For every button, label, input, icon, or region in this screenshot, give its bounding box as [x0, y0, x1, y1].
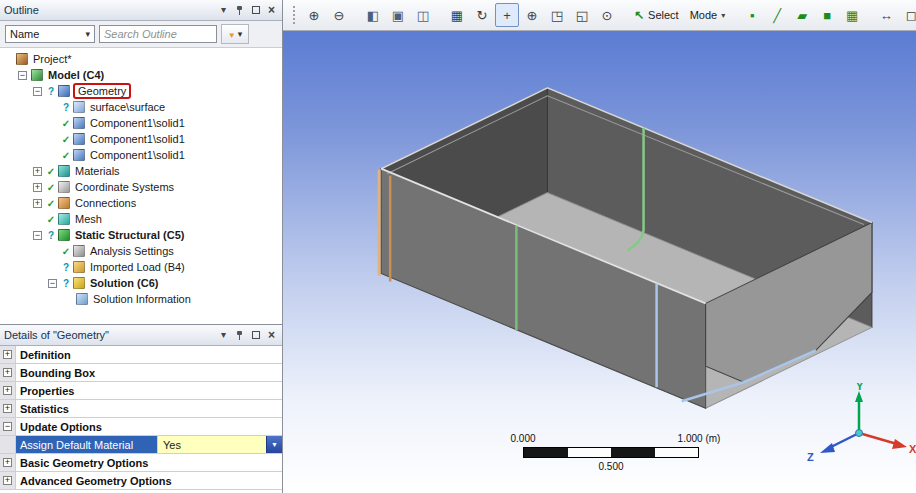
tree-expander-icon[interactable]: +	[33, 167, 42, 176]
tree-item[interactable]: ✓Component1\solid1	[0, 131, 282, 147]
vertex-filter-button[interactable]: ▪	[740, 3, 764, 27]
tree-item[interactable]: Project*	[0, 51, 282, 67]
chevron-down-icon[interactable]	[217, 329, 230, 342]
check-icon: ✓	[60, 134, 72, 145]
details-group-label: Advanced Geometry Options	[16, 472, 282, 489]
wireframe-view-button[interactable]: ◫	[411, 3, 435, 27]
tree-expander-icon[interactable]: −	[18, 71, 27, 80]
triad-z-label: Z	[807, 451, 814, 463]
box-zoom-button[interactable]: ◳	[545, 3, 569, 27]
question-icon: ?	[45, 230, 57, 241]
details-group-expander-icon[interactable]: −	[3, 422, 12, 431]
pan-button[interactable]: +	[495, 3, 519, 27]
tree-expander-icon[interactable]: −	[48, 279, 57, 288]
iso-view-button[interactable]: ◧	[361, 3, 385, 27]
surface-icon	[73, 101, 85, 113]
close-icon[interactable]	[265, 4, 278, 17]
select-mode-button[interactable]: ↖Select	[629, 4, 684, 26]
zoom-in-button[interactable]: ⊕	[302, 3, 326, 27]
tree-item[interactable]: ✓Component1\solid1	[0, 115, 282, 131]
details-group-label: Update Options	[16, 418, 282, 435]
zoom-to-fit-button[interactable]: ◱	[570, 3, 594, 27]
pin-icon[interactable]	[233, 4, 246, 17]
mode-dropdown-button[interactable]: Mode	[685, 4, 731, 26]
edge-filter-button[interactable]: ╱	[765, 3, 789, 27]
details-group-expander-icon[interactable]: +	[3, 476, 12, 485]
pin-icon[interactable]	[233, 329, 246, 342]
tree-expander-icon[interactable]: −	[33, 231, 42, 240]
filter-options-button[interactable]	[221, 24, 249, 44]
tree-item[interactable]: −?Geometry	[0, 83, 282, 99]
close-icon[interactable]	[265, 329, 278, 342]
details-row[interactable]: +Bounding Box	[0, 364, 282, 382]
triad-x-arrowhead	[892, 439, 907, 449]
question-icon: ?	[60, 262, 72, 273]
restore-icon[interactable]	[249, 4, 262, 17]
details-group-expander-icon[interactable]: +	[3, 350, 12, 359]
zoom-mode-button[interactable]: ⊕	[520, 3, 544, 27]
triad-y-arrowhead	[855, 391, 863, 402]
details-field-label[interactable]: Assign Default Material	[16, 436, 158, 453]
details-group-expander-icon[interactable]: +	[3, 386, 12, 395]
name-filter-dropdown[interactable]: Name	[5, 25, 95, 43]
details-row[interactable]: +Statistics	[0, 400, 282, 418]
tree-item[interactable]: ✓Analysis Settings	[0, 243, 282, 259]
tree-expander-icon[interactable]: +	[33, 199, 42, 208]
extend-selection-button[interactable]: ↔	[874, 3, 898, 27]
tree-expander-icon[interactable]: −	[33, 87, 42, 96]
tree-item[interactable]: Solution Information	[0, 291, 282, 307]
orientation-triad[interactable]: Y X Z	[799, 383, 916, 483]
search-outline-input[interactable]	[99, 25, 217, 43]
details-group-expander-icon[interactable]: +	[3, 404, 12, 413]
tree-expander-icon[interactable]: +	[33, 183, 42, 192]
details-row[interactable]: +Definition	[0, 346, 282, 364]
question-icon: ?	[60, 102, 72, 113]
graphics-viewport[interactable]: 0.000 1.000 (m) 0.500 Y X	[283, 31, 916, 493]
details-group-label: Bounding Box	[16, 364, 282, 381]
details-group-label: Definition	[16, 346, 282, 363]
csys-icon	[58, 181, 70, 193]
rotate-button[interactable]: ↻	[470, 3, 494, 27]
solid-icon	[73, 117, 85, 129]
viewport-layout-button[interactable]: ▦	[445, 3, 469, 27]
triad-x-axis[interactable]	[859, 433, 897, 444]
tree-item[interactable]: ?surface\surface	[0, 99, 282, 115]
details-row[interactable]: +Advanced Geometry Options	[0, 472, 282, 490]
details-panel: Details of "Geometry" +Definition+Boundi…	[0, 325, 282, 493]
restore-icon[interactable]	[249, 329, 262, 342]
tree-item[interactable]: ✓Component1\solid1	[0, 147, 282, 163]
tree-item[interactable]: +✓Connections	[0, 195, 282, 211]
details-row[interactable]: +Properties	[0, 382, 282, 400]
tree-item[interactable]: −?Solution (C6)	[0, 275, 282, 291]
face-filter-button[interactable]: ▰	[790, 3, 814, 27]
details-group-expander-icon[interactable]: +	[3, 368, 12, 377]
details-group-expander-icon[interactable]: +	[3, 458, 12, 467]
chevron-down-icon[interactable]	[217, 4, 230, 17]
toolbar-grip[interactable]	[293, 6, 295, 24]
tree-item[interactable]: +✓Coordinate Systems	[0, 179, 282, 195]
details-row[interactable]: +Basic Geometry Options	[0, 454, 282, 472]
look-at-face-button[interactable]: ▣	[386, 3, 410, 27]
box-select-button[interactable]: ◻	[899, 3, 916, 27]
tree-item-label: Mesh	[73, 213, 104, 225]
outline-title: Outline	[4, 4, 214, 16]
triad-origin[interactable]	[856, 430, 863, 437]
tree-item[interactable]: +✓Materials	[0, 163, 282, 179]
tree-item[interactable]: ?Imported Load (B4)	[0, 259, 282, 275]
magnifier-window-button[interactable]: ⊙	[595, 3, 619, 27]
zoom-out-button[interactable]: ⊖	[327, 3, 351, 27]
details-gutter: +	[0, 472, 16, 489]
details-gutter: +	[0, 400, 16, 417]
check-icon: ✓	[45, 166, 57, 177]
tree-item[interactable]: −Model (C4)	[0, 67, 282, 83]
dropdown-arrow-button[interactable]: ▼	[266, 436, 282, 453]
multi-select-filter-button[interactable]: ▦	[840, 3, 864, 27]
name-filter-value: Name	[10, 28, 85, 40]
body-filter-button[interactable]: ■	[815, 3, 839, 27]
tree-item[interactable]: ✓Mesh	[0, 211, 282, 227]
ruler-label-end: 1.000 (m)	[678, 433, 721, 444]
tree-item[interactable]: −?Static Structural (C5)	[0, 227, 282, 243]
triad-z-axis[interactable]	[829, 433, 859, 448]
details-field-value[interactable]: Yes▼	[158, 436, 282, 453]
details-row[interactable]: −Update Options	[0, 418, 282, 436]
